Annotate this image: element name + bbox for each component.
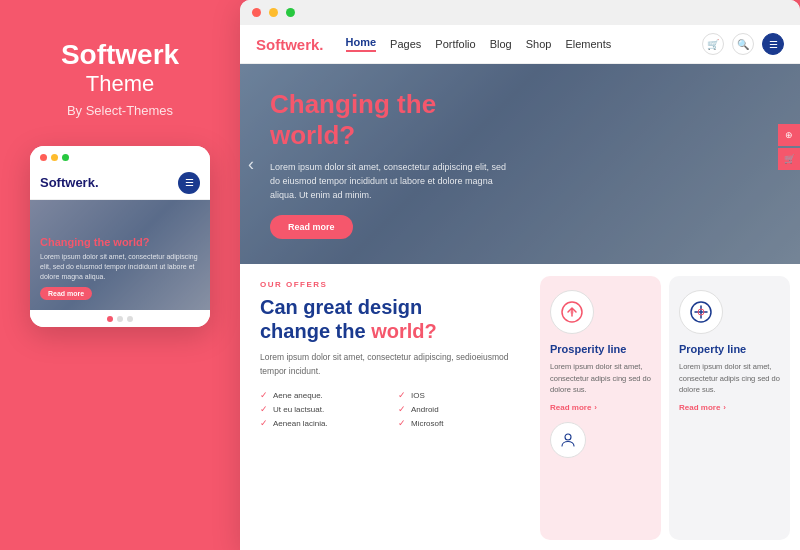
check-icon-5: ✓ xyxy=(260,418,268,428)
features-grid: ✓ Aene aneque. ✓ IOS ✓ Ut eu lactsuat. ✓… xyxy=(260,390,520,428)
right-cards: Prosperity line Lorem ipsum dolor sit am… xyxy=(540,264,800,550)
card-prosperity-small-icon-area xyxy=(550,422,586,458)
card-property-read-more[interactable]: Read more › xyxy=(679,403,726,412)
mobile-mockup: Softwerk. ☰ Changing the world? Lorem ip… xyxy=(30,146,210,327)
check-icon-3: ✓ xyxy=(260,404,268,414)
mobile-nav: Softwerk. ☰ xyxy=(30,166,210,200)
card-property-desc: Lorem ipsum dolor sit amet, consectetur … xyxy=(679,361,780,395)
carousel-dot-2[interactable] xyxy=(117,316,123,322)
mobile-dot-green xyxy=(62,154,69,161)
site-logo: Softwerk. xyxy=(256,36,324,53)
feature-item-5: ✓ Aenean lacinia. xyxy=(260,418,382,428)
carousel-dot-3[interactable] xyxy=(127,316,133,322)
nav-links: Home Pages Portfolio Blog Shop Elements xyxy=(346,36,702,52)
nav-link-elements[interactable]: Elements xyxy=(565,38,611,50)
svg-point-2 xyxy=(565,434,571,440)
nav-icons: 🛒 🔍 ☰ xyxy=(702,33,784,55)
nav-link-home[interactable]: Home xyxy=(346,36,377,52)
left-panel: Softwerk Theme By Select-Themes Softwerk… xyxy=(0,0,240,550)
card-prosperity-desc: Lorem ipsum dolor sit amet, consectetur … xyxy=(550,361,651,395)
offers-heading: Can great designchange the world? xyxy=(260,295,520,343)
hamburger-icon: ☰ xyxy=(185,177,194,188)
hero-side-pill-2[interactable]: 🛒 xyxy=(778,148,800,170)
mobile-dot-yellow xyxy=(51,154,58,161)
brand-title: Softwerk Theme By Select-Themes xyxy=(61,40,179,146)
hero-content: Changing the world? Lorem ipsum dolor si… xyxy=(240,89,548,239)
arrow-right-icon-2: › xyxy=(723,403,726,412)
card-property-icon xyxy=(679,290,723,334)
browser-dot-green xyxy=(286,8,295,17)
carousel-dot-1[interactable] xyxy=(107,316,113,322)
hero-desc: Lorem ipsum dolor sit amet, consectetur … xyxy=(270,160,518,203)
hero-section: Changing the world? Lorem ipsum dolor si… xyxy=(240,64,800,264)
svg-point-1 xyxy=(570,310,574,314)
offers-label: OUR OFFERS xyxy=(260,280,520,289)
feature-item-6: ✓ Microsoft xyxy=(398,418,520,428)
offers-section: OUR OFFERS Can great designchange the wo… xyxy=(240,264,540,550)
mobile-hero: Changing the world? Lorem ipsum dolor si… xyxy=(30,200,210,310)
mobile-hero-heading: Changing the world? xyxy=(40,235,200,249)
hero-heading: Changing the world? xyxy=(270,89,518,151)
mobile-top-bar xyxy=(30,146,210,166)
nav-link-portfolio[interactable]: Portfolio xyxy=(435,38,475,50)
browser-dot-yellow xyxy=(269,8,278,17)
cart-icon-btn[interactable]: 🛒 xyxy=(702,33,724,55)
card-property: Property line Lorem ipsum dolor sit amet… xyxy=(669,276,790,540)
nav-link-pages[interactable]: Pages xyxy=(390,38,421,50)
mobile-read-more-btn[interactable]: Read more xyxy=(40,287,92,300)
card-small-icon xyxy=(550,422,586,458)
feature-item-4: ✓ Android xyxy=(398,404,520,414)
card-prosperity: Prosperity line Lorem ipsum dolor sit am… xyxy=(540,276,661,540)
card-property-title: Property line xyxy=(679,342,746,356)
mobile-window-dots xyxy=(40,154,69,161)
hero-arrow-left[interactable]: ‹ xyxy=(248,154,254,175)
mobile-menu-icon[interactable]: ☰ xyxy=(178,172,200,194)
check-icon-4: ✓ xyxy=(398,404,406,414)
menu-icon-btn[interactable]: ☰ xyxy=(762,33,784,55)
browser-dot-red xyxy=(252,8,261,17)
search-icon-btn[interactable]: 🔍 xyxy=(732,33,754,55)
check-icon-6: ✓ xyxy=(398,418,406,428)
nav-link-shop[interactable]: Shop xyxy=(526,38,552,50)
card-prosperity-read-more[interactable]: Read more › xyxy=(550,403,597,412)
check-icon-1: ✓ xyxy=(260,390,268,400)
hero-side-buttons: ⊕ 🛒 xyxy=(778,124,800,170)
mobile-hero-desc: Lorem ipsum dolor sit amet, consectetur … xyxy=(40,252,200,281)
card-prosperity-title: Prosperity line xyxy=(550,342,626,356)
mobile-hero-text: Changing the world? Lorem ipsum dolor si… xyxy=(40,235,200,300)
nav-link-blog[interactable]: Blog xyxy=(490,38,512,50)
mobile-dot-red xyxy=(40,154,47,161)
hero-side-pill-1[interactable]: ⊕ xyxy=(778,124,800,146)
card-prosperity-icon xyxy=(550,290,594,334)
feature-item-3: ✓ Ut eu lactsuat. xyxy=(260,404,382,414)
check-icon-2: ✓ xyxy=(398,390,406,400)
browser-mockup: Softwerk. Home Pages Portfolio Blog Shop… xyxy=(240,0,800,550)
feature-item-1: ✓ Aene aneque. xyxy=(260,390,382,400)
content-section: OUR OFFERS Can great designchange the wo… xyxy=(240,264,800,550)
feature-item-2: ✓ IOS xyxy=(398,390,520,400)
mobile-carousel-dots xyxy=(30,310,210,327)
mobile-logo: Softwerk. xyxy=(40,175,99,190)
arrow-right-icon: › xyxy=(594,403,597,412)
site-nav: Softwerk. Home Pages Portfolio Blog Shop… xyxy=(240,25,800,64)
hero-read-more-btn[interactable]: Read more xyxy=(270,215,353,239)
browser-top-bar xyxy=(240,0,800,25)
offers-desc: Lorem ipsum dolor sit amet, consectetur … xyxy=(260,351,520,378)
